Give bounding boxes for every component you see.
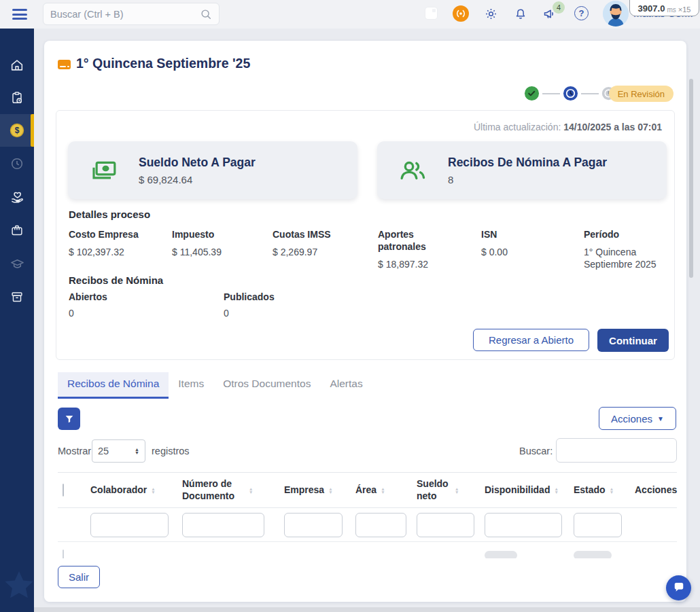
continue-button[interactable]: Continuar bbox=[597, 329, 669, 352]
sidebar-item-benefits[interactable] bbox=[0, 181, 34, 213]
exit-button[interactable]: Salir bbox=[58, 566, 100, 588]
receipt-value: 0 bbox=[69, 308, 224, 319]
receipt-label: Abiertos bbox=[69, 291, 224, 302]
filter-sueldo-neto-input[interactable] bbox=[417, 513, 474, 537]
user-avatar[interactable] bbox=[603, 1, 629, 26]
sidebar-item-time[interactable] bbox=[0, 147, 34, 180]
support-brand-icon[interactable] bbox=[453, 5, 469, 22]
column-filter-row bbox=[58, 508, 677, 542]
detail-label: Impuesto bbox=[172, 228, 273, 240]
sidebar-item-recruitment[interactable] bbox=[0, 214, 34, 247]
summary-card-title: Recibos De Nómina A Pagar bbox=[448, 156, 607, 170]
sort-icon: ▲▼ bbox=[381, 487, 385, 494]
vertical-scrollbar[interactable] bbox=[689, 79, 693, 278]
tab-recibos-de-nomina[interactable]: Recibos de Nómina bbox=[58, 372, 169, 399]
sidebar-item-learning[interactable] bbox=[0, 247, 34, 280]
sidebar: $ bbox=[0, 29, 34, 612]
sidebar-item-assets[interactable] bbox=[0, 281, 34, 313]
home-icon bbox=[10, 58, 24, 73]
briefcase-icon bbox=[10, 223, 24, 238]
show-label: Mostrar bbox=[58, 446, 91, 456]
help-icon[interactable]: ? bbox=[574, 6, 589, 20]
column-header-area[interactable]: Área▲▼ bbox=[355, 484, 417, 497]
status-stepper bbox=[524, 86, 616, 101]
clipboard-clock-icon bbox=[10, 90, 24, 105]
sidebar-item-requests[interactable] bbox=[0, 82, 34, 114]
payroll-coin-icon: $ bbox=[9, 122, 25, 139]
detail-item: Impuesto $ 11,405.39 bbox=[172, 228, 273, 271]
receipt-stat: Publicados 0 bbox=[224, 291, 379, 319]
column-label: Estado bbox=[574, 484, 606, 497]
column-header-disponibilidad[interactable]: Disponibilidad▲▼ bbox=[485, 484, 574, 497]
column-header-empresa[interactable]: Empresa▲▼ bbox=[284, 484, 355, 497]
detail-label: Período bbox=[584, 228, 663, 240]
detail-value: $ 18,897.32 bbox=[378, 258, 481, 270]
tab-otros-documentos[interactable]: Otros Documentos bbox=[213, 372, 320, 399]
page-layout-icon[interactable] bbox=[425, 7, 437, 19]
sidebar-item-home[interactable] bbox=[0, 49, 34, 82]
perf-unit: ms bbox=[667, 6, 676, 14]
tab-items[interactable]: Items bbox=[169, 372, 213, 399]
column-label: Empresa bbox=[284, 484, 324, 497]
menu-toggle-icon[interactable] bbox=[12, 9, 27, 20]
column-header-estado[interactable]: Estado▲▼ bbox=[574, 484, 635, 497]
last-update-value: 14/10/2025 a las 07:01 bbox=[563, 122, 662, 132]
page-title: 1° Quincena Septiembre '25 bbox=[76, 56, 250, 71]
receipts-grid: Abiertos 0 Publicados 0 bbox=[69, 291, 379, 319]
select-all-checkbox[interactable] bbox=[63, 484, 64, 497]
detail-label: Cuotas IMSS bbox=[273, 228, 378, 240]
filter-button[interactable] bbox=[58, 408, 80, 430]
table-search-label: Buscar: bbox=[519, 446, 553, 456]
column-header-colaborador[interactable]: Colaborador▲▼ bbox=[90, 484, 182, 497]
last-update: Última actualización: 14/10/2025 a las 0… bbox=[474, 122, 662, 132]
people-icon bbox=[398, 157, 429, 184]
page-size-select[interactable]: 25 ▲▼ bbox=[92, 439, 145, 463]
step-done-icon bbox=[524, 86, 540, 101]
back-to-open-button[interactable]: Regresar a Abierto bbox=[473, 329, 589, 351]
step-current-icon bbox=[563, 86, 578, 101]
column-header-acciones: Acciones bbox=[635, 484, 677, 497]
actions-dropdown-button[interactable]: Acciones ▼ bbox=[599, 407, 676, 430]
search-input[interactable] bbox=[50, 9, 200, 20]
net-salary-card[interactable]: Sueldo Neto A Pagar $ 69,824.64 bbox=[68, 141, 357, 199]
table-header-row: Colaborador▲▼ Número de Documento▲▼ Empr… bbox=[58, 472, 677, 508]
tab-alertas[interactable]: Alertas bbox=[320, 372, 372, 399]
payroll-process-card: 1° Quincena Septiembre '25 En Revisión Ú… bbox=[44, 41, 686, 602]
settings-gear-icon[interactable] bbox=[483, 5, 499, 22]
receipt-stat: Abiertos 0 bbox=[69, 291, 224, 319]
detail-value: 1° Quincena Septiembre 2025 bbox=[584, 246, 663, 270]
notifications-bell-icon[interactable] bbox=[512, 5, 529, 22]
summary-card-title: Sueldo Neto A Pagar bbox=[139, 156, 256, 170]
filter-numero-documento-input[interactable] bbox=[182, 513, 264, 537]
records-label: registros bbox=[152, 446, 190, 456]
detail-item: Costo Empresa $ 102,397.32 bbox=[69, 228, 172, 271]
filter-area-input[interactable] bbox=[355, 513, 406, 537]
column-header-numero-documento[interactable]: Número de Documento▲▼ bbox=[182, 478, 284, 502]
clock-icon bbox=[10, 156, 24, 171]
sidebar-item-payroll[interactable]: $ bbox=[0, 114, 34, 147]
detail-label: ISN bbox=[481, 228, 584, 240]
column-label: Sueldo neto bbox=[417, 478, 451, 502]
column-header-sueldo-neto[interactable]: Sueldo neto▲▼ bbox=[417, 478, 485, 502]
chat-fab-button[interactable] bbox=[666, 575, 691, 600]
column-label: Disponibilidad bbox=[485, 484, 550, 497]
receipts-to-pay-card[interactable]: Recibos De Nómina A Pagar 8 bbox=[377, 141, 667, 199]
search-icon bbox=[200, 8, 212, 20]
perf-value: 3907.0 bbox=[638, 3, 665, 14]
detail-tabs: Recibos de Nómina Items Otros Documentos… bbox=[58, 372, 372, 399]
summary-card-value: 8 bbox=[448, 174, 607, 185]
sort-icon: ▲▼ bbox=[328, 487, 332, 494]
filter-disponibilidad-input[interactable] bbox=[485, 513, 562, 537]
filter-estado-input[interactable] bbox=[574, 513, 622, 537]
sort-icon: ▲▼ bbox=[151, 487, 155, 494]
filter-colaborador-input[interactable] bbox=[90, 513, 169, 537]
funnel-icon bbox=[64, 414, 75, 425]
detail-value: $ 0.00 bbox=[481, 246, 584, 258]
chat-bubble-icon bbox=[673, 582, 685, 594]
notification-count-badge: 4 bbox=[553, 1, 565, 14]
graduation-cap-icon bbox=[10, 256, 25, 272]
process-details-grid: Costo Empresa $ 102,397.32 Impuesto $ 11… bbox=[69, 228, 663, 271]
receipts-table: Colaborador▲▼ Número de Documento▲▼ Empr… bbox=[58, 472, 677, 571]
table-search-input[interactable] bbox=[556, 438, 677, 463]
filter-empresa-input[interactable] bbox=[284, 513, 343, 537]
